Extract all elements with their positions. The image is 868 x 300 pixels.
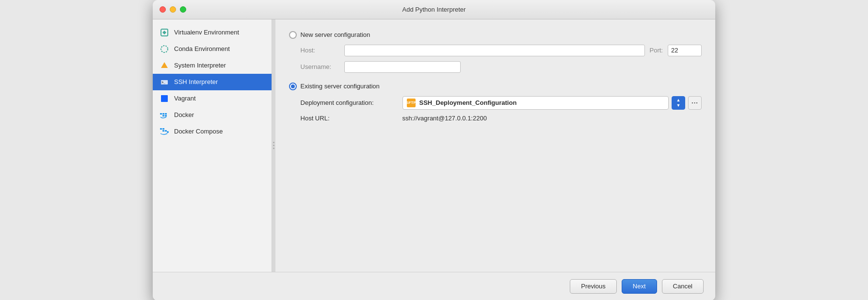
svg-rect-7 xyxy=(162,113,164,115)
svg-rect-9 xyxy=(162,115,164,117)
username-label: Username: xyxy=(301,63,339,70)
sidebar-label-system: System Interpreter xyxy=(174,62,226,69)
svg-marker-2 xyxy=(161,62,168,68)
sftp-icon: SFTP xyxy=(407,99,416,107)
close-button[interactable] xyxy=(160,6,166,13)
sidebar: Virtualenv Environment Conda Environment… xyxy=(153,19,272,272)
conda-icon xyxy=(160,44,169,54)
sidebar-label-docker-compose: Docker Compose xyxy=(174,128,223,135)
new-server-fields: Host: Port: Username: xyxy=(301,45,702,73)
sidebar-label-vagrant: Vagrant xyxy=(174,95,196,102)
svg-point-1 xyxy=(161,46,168,52)
deployment-row: Deployment configuration: SFTP SSH_Deplo… xyxy=(301,96,702,110)
sidebar-item-virtualenv[interactable]: Virtualenv Environment xyxy=(153,24,272,41)
sidebar-item-vagrant[interactable]: Vagrant xyxy=(153,90,272,107)
title-bar: Add Python Interpreter xyxy=(153,0,715,19)
host-url-label: Host URL: xyxy=(301,115,398,122)
more-options-button[interactable]: ··· xyxy=(688,96,702,110)
host-url-value: ssh://vagrant@127.0.0.1:2200 xyxy=(402,115,487,122)
svg-point-15 xyxy=(167,131,169,133)
traffic-lights xyxy=(160,6,186,13)
svg-rect-13 xyxy=(162,130,164,132)
existing-server-label: Existing server configuration xyxy=(301,83,380,90)
next-button[interactable]: Next xyxy=(622,279,657,294)
new-server-section: New server configuration Host: Port: Use… xyxy=(289,31,702,73)
username-row: Username: xyxy=(301,61,702,73)
sidebar-label-virtualenv: Virtualenv Environment xyxy=(174,29,239,36)
svg-rect-8 xyxy=(165,113,167,115)
existing-server-section: Existing server configuration Deployment… xyxy=(289,83,702,122)
deployment-select[interactable]: SFTP SSH_Deployment_Configuration xyxy=(402,96,669,110)
host-url-row: Host URL: ssh://vagrant@127.0.0.1:2200 xyxy=(301,115,702,122)
host-label: Host: xyxy=(301,47,339,54)
sidebar-item-conda[interactable]: Conda Environment xyxy=(153,41,272,57)
host-row: Host: Port: xyxy=(301,45,702,56)
svg-rect-5 xyxy=(161,95,168,102)
new-server-label: New server configuration xyxy=(301,31,370,38)
docker-compose-icon xyxy=(160,127,169,136)
port-input[interactable] xyxy=(668,45,702,56)
port-label: Port: xyxy=(650,47,663,54)
deployment-select-wrapper: SFTP SSH_Deployment_Configuration ▲ ▼ ··… xyxy=(402,96,702,110)
maximize-button[interactable] xyxy=(180,6,186,13)
sidebar-label-ssh: SSH Interpreter xyxy=(174,78,218,85)
system-icon xyxy=(160,61,169,70)
select-arrow-button[interactable]: ▲ ▼ xyxy=(672,96,685,110)
ssh-icon: >_ xyxy=(160,77,169,87)
deployment-value: SSH_Deployment_Configuration xyxy=(419,99,517,106)
svg-rect-12 xyxy=(162,128,164,130)
existing-server-fields: Deployment configuration: SFTP SSH_Deplo… xyxy=(301,96,702,122)
previous-button[interactable]: Previous xyxy=(570,279,617,294)
sidebar-label-docker: Docker xyxy=(174,111,194,118)
virtualenv-icon xyxy=(160,28,169,37)
svg-text:>_: >_ xyxy=(161,81,165,84)
svg-rect-11 xyxy=(160,128,162,130)
sidebar-divider[interactable] xyxy=(272,19,275,272)
footer: Previous Next Cancel xyxy=(153,272,715,300)
main-panel: New server configuration Host: Port: Use… xyxy=(275,19,715,272)
svg-rect-10 xyxy=(165,115,167,117)
new-server-radio-label[interactable]: New server configuration xyxy=(289,31,702,39)
deployment-config-label: Deployment configuration: xyxy=(301,99,398,106)
svg-rect-14 xyxy=(165,130,167,132)
vagrant-icon xyxy=(160,94,169,103)
divider-dots xyxy=(273,142,274,149)
existing-server-radio-label[interactable]: Existing server configuration xyxy=(289,83,702,90)
svg-rect-6 xyxy=(160,113,162,115)
sidebar-item-docker[interactable]: Docker xyxy=(153,107,272,123)
window-title: Add Python Interpreter xyxy=(402,6,466,13)
content-area: Virtualenv Environment Conda Environment… xyxy=(153,19,715,272)
minimize-button[interactable] xyxy=(170,6,176,13)
dialog-window: Add Python Interpreter Virtualenv Enviro… xyxy=(153,0,715,300)
sidebar-item-system[interactable]: System Interpreter xyxy=(153,57,272,74)
docker-icon xyxy=(160,110,169,120)
existing-server-radio[interactable] xyxy=(289,83,297,90)
cancel-button[interactable]: Cancel xyxy=(662,279,704,294)
sidebar-item-ssh[interactable]: >_ SSH Interpreter xyxy=(153,74,272,90)
username-input[interactable] xyxy=(344,61,461,73)
new-server-radio[interactable] xyxy=(289,31,297,39)
sidebar-label-conda: Conda Environment xyxy=(174,45,230,52)
host-input[interactable] xyxy=(344,45,645,56)
sidebar-item-docker-compose[interactable]: Docker Compose xyxy=(153,123,272,140)
